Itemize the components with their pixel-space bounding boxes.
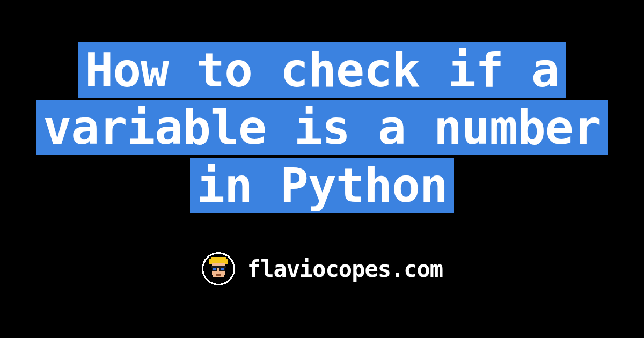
article-title: How to check if a variable is a number i… bbox=[36, 42, 608, 213]
site-name: flaviocopes.com bbox=[247, 256, 443, 282]
svg-rect-12 bbox=[221, 268, 224, 270]
avatar-icon bbox=[201, 252, 236, 286]
svg-rect-13 bbox=[216, 274, 221, 276]
article-title-container: How to check if a variable is a number i… bbox=[0, 41, 644, 214]
svg-rect-11 bbox=[213, 268, 216, 270]
site-footer: flaviocopes.com bbox=[201, 252, 443, 286]
svg-rect-2 bbox=[211, 257, 226, 261]
